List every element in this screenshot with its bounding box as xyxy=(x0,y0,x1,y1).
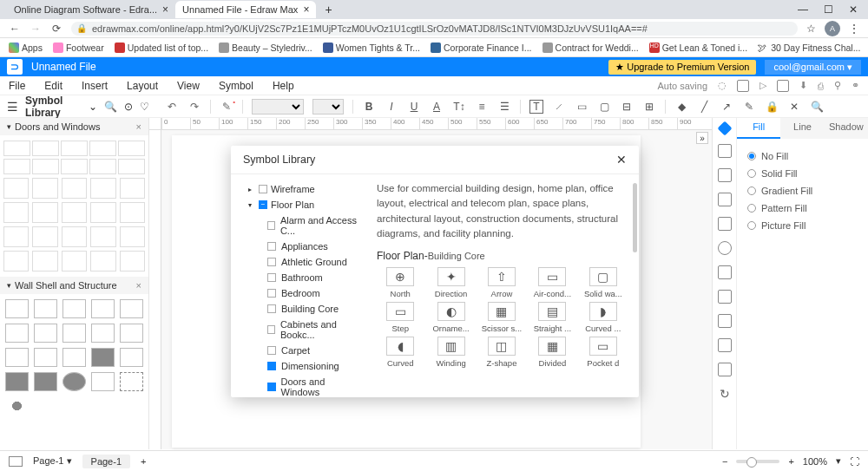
fill-tool-icon[interactable]: ◆ xyxy=(674,101,688,113)
tree-item[interactable]: Appliances xyxy=(241,239,361,254)
maximize-icon[interactable]: ☐ xyxy=(824,3,833,16)
fill-option[interactable]: No Fill xyxy=(747,147,858,165)
symbol-item[interactable] xyxy=(89,141,116,156)
fullscreen-icon[interactable]: ⛶ xyxy=(850,456,859,467)
new-tab-button[interactable]: + xyxy=(316,3,340,16)
font-size-select[interactable] xyxy=(312,99,344,114)
font-color-icon[interactable]: A xyxy=(430,101,444,113)
quick-list-icon[interactable] xyxy=(718,338,732,352)
shape-item[interactable] xyxy=(34,299,57,318)
quick-history-icon[interactable]: ↻ xyxy=(720,387,730,401)
symbol-preview[interactable]: ▭Step xyxy=(377,302,424,333)
bookmark-item[interactable]: Apps xyxy=(9,43,43,53)
quick-align-icon[interactable] xyxy=(718,193,732,206)
symbol-item[interactable] xyxy=(61,141,88,156)
symbol-item[interactable] xyxy=(62,202,87,223)
shape-item[interactable] xyxy=(5,372,29,391)
arrow-tool-icon[interactable]: ↗ xyxy=(720,101,733,113)
symbol-item[interactable] xyxy=(3,251,29,271)
menu-icon[interactable]: ⋮ xyxy=(849,23,859,35)
quick-fill-icon[interactable] xyxy=(717,121,732,136)
search-icon[interactable]: 🔍 xyxy=(104,101,117,113)
fill-option[interactable]: Gradient Fill xyxy=(747,182,858,200)
symbol-item[interactable] xyxy=(32,178,57,199)
symbol-item[interactable] xyxy=(120,178,145,199)
checkbox-icon[interactable] xyxy=(267,346,276,355)
modal-close-icon[interactable]: ✕ xyxy=(616,153,627,167)
add-page-button[interactable]: + xyxy=(141,456,146,467)
shape-item[interactable] xyxy=(5,299,29,318)
quick-swimlane-icon[interactable] xyxy=(718,314,732,328)
bookmark-item[interactable]: Footwear xyxy=(53,43,104,53)
shape-item[interactable] xyxy=(5,396,29,415)
collab-icon[interactable]: ⚭ xyxy=(852,80,859,91)
tree-item[interactable]: Building Core xyxy=(241,301,361,317)
symbol-item[interactable] xyxy=(62,226,87,247)
app-logo-icon[interactable]: ⊃ xyxy=(7,59,23,75)
symbol-item[interactable] xyxy=(32,202,57,223)
bookmark-item[interactable]: Updated list of top... xyxy=(115,43,208,53)
forward-icon[interactable]: → xyxy=(30,23,42,35)
upgrade-button[interactable]: ★ Upgrade to Premium Version xyxy=(608,60,756,75)
hamburger-icon[interactable]: ☰ xyxy=(7,100,18,114)
export-icon[interactable] xyxy=(777,80,789,92)
symbol-item[interactable] xyxy=(62,178,87,199)
line-spacing-icon[interactable]: ☰ xyxy=(497,101,511,113)
zoom-in-icon[interactable]: + xyxy=(788,456,793,467)
shape-item[interactable] xyxy=(91,348,115,367)
checkbox-icon[interactable] xyxy=(267,221,275,230)
target-icon[interactable]: ⊙ xyxy=(124,101,133,113)
page-thumbnail-icon[interactable] xyxy=(9,456,23,467)
minimize-icon[interactable]: — xyxy=(798,3,808,16)
checkbox-icon[interactable] xyxy=(267,242,276,251)
symbol-item[interactable] xyxy=(3,178,29,199)
quick-layout-icon[interactable] xyxy=(718,144,732,158)
symbol-item[interactable] xyxy=(120,226,145,247)
share-icon[interactable]: ⚲ xyxy=(834,80,841,91)
symbol-preview[interactable]: ◐Orname... xyxy=(427,302,474,333)
select-icon[interactable] xyxy=(737,80,749,92)
symbol-item[interactable] xyxy=(3,226,29,247)
shape-item[interactable] xyxy=(62,348,86,367)
symbol-item[interactable] xyxy=(3,141,30,156)
symbol-item[interactable] xyxy=(120,202,145,223)
canvas[interactable]: » Symbol Library ✕ ▸Wireframe ▾−Floor Pl… xyxy=(161,130,712,449)
font-family-select[interactable] xyxy=(252,99,304,114)
close-window-icon[interactable]: ✕ xyxy=(849,3,858,16)
radio-icon[interactable] xyxy=(747,204,756,213)
browser-tab-active[interactable]: Unnamed File - Edraw Max × xyxy=(175,1,316,18)
checkbox-icon[interactable] xyxy=(267,362,276,370)
symbol-item[interactable] xyxy=(3,159,30,174)
tab-shadow[interactable]: Shadow xyxy=(825,118,868,139)
browser-tab[interactable]: Online Diagram Software - Edra... × xyxy=(7,1,175,18)
tree-item[interactable]: Athletic Ground xyxy=(241,254,361,270)
symbol-preview[interactable]: ✦Direction xyxy=(427,267,474,298)
symbol-preview[interactable]: ▦Divided xyxy=(529,337,575,368)
symbol-preview[interactable]: ▦Scissor s... xyxy=(478,302,525,333)
shape-item[interactable] xyxy=(34,324,57,343)
shape-item[interactable] xyxy=(120,348,143,367)
symbol-preview[interactable]: ⇧Arrow xyxy=(478,267,525,298)
menu-layout[interactable]: Layout xyxy=(127,80,158,92)
fill-option[interactable]: Picture Fill xyxy=(747,217,858,234)
quick-orgchart-icon[interactable] xyxy=(718,290,732,304)
symbol-preview[interactable]: ◫Z-shape xyxy=(478,337,525,368)
tab-line[interactable]: Line xyxy=(780,118,824,139)
symbol-item[interactable] xyxy=(118,159,145,174)
symbol-item[interactable] xyxy=(120,251,145,271)
symbol-preview[interactable]: ▭Air-cond... xyxy=(529,267,575,298)
underline-icon[interactable]: U xyxy=(407,101,421,113)
italic-icon[interactable]: I xyxy=(385,101,398,113)
panel-expand-icon[interactable]: » xyxy=(696,132,708,144)
reload-icon[interactable]: ⟳ xyxy=(50,23,62,35)
shape-item[interactable] xyxy=(62,324,86,343)
user-menu[interactable]: cool@gmail.com ▾ xyxy=(765,60,861,75)
shape-item[interactable] xyxy=(5,324,29,343)
shape-item[interactable] xyxy=(120,324,143,343)
menu-view[interactable]: View xyxy=(177,80,200,92)
radio-icon[interactable] xyxy=(747,169,756,178)
tab-fill[interactable]: Fill xyxy=(737,118,780,139)
menu-file[interactable]: File xyxy=(9,80,25,92)
quick-layers-icon[interactable] xyxy=(718,217,732,231)
format-painter-icon[interactable]: ✎• xyxy=(220,100,233,114)
